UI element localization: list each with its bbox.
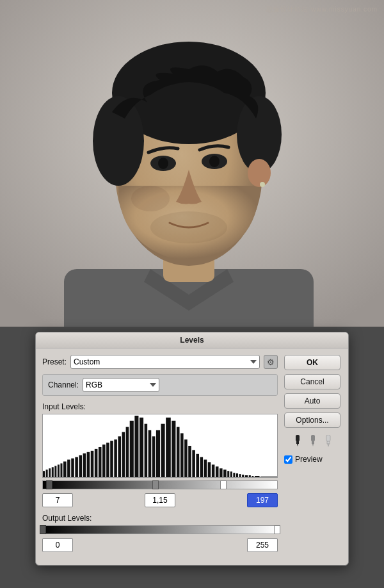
svg-rect-52 — [180, 433, 184, 477]
cancel-button[interactable]: Cancel — [284, 374, 340, 389]
auto-button[interactable]: Auto — [284, 393, 340, 409]
channel-row: Channel: RGB Red Green Blue — [42, 374, 278, 396]
white-input[interactable]: 197 — [247, 493, 278, 507]
preview-row: Preview — [284, 455, 342, 464]
midpoint-handle[interactable] — [152, 480, 159, 489]
svg-marker-80 — [312, 444, 314, 446]
output-black-handle[interactable] — [40, 525, 46, 534]
svg-point-9 — [260, 182, 265, 187]
preset-select[interactable]: Custom Default Darker Increase Contrast … — [70, 355, 260, 369]
mid-input[interactable]: 1,15 — [145, 493, 175, 507]
svg-point-8 — [248, 159, 271, 187]
output-white-input[interactable]: 255 — [247, 538, 278, 552]
svg-rect-69 — [242, 475, 244, 477]
svg-rect-19 — [49, 468, 51, 477]
gray-eyedropper-icon[interactable] — [307, 434, 319, 447]
svg-rect-76 — [296, 441, 299, 444]
svg-point-15 — [131, 186, 170, 211]
svg-rect-37 — [114, 439, 117, 477]
preview-label: Preview — [295, 455, 323, 464]
svg-rect-32 — [95, 449, 98, 477]
svg-rect-33 — [99, 447, 102, 477]
black-point-handle[interactable] — [46, 480, 52, 489]
svg-rect-36 — [110, 441, 113, 477]
eyedropper-tools — [284, 434, 342, 447]
svg-rect-81 — [326, 435, 330, 441]
svg-rect-66 — [233, 473, 235, 477]
svg-rect-23 — [60, 463, 62, 477]
svg-rect-49 — [166, 418, 171, 477]
svg-rect-73 — [255, 476, 260, 477]
portrait-image — [0, 0, 384, 327]
svg-rect-35 — [106, 443, 109, 477]
svg-rect-46 — [152, 436, 156, 477]
svg-rect-39 — [122, 432, 125, 477]
svg-marker-83 — [328, 444, 329, 446]
svg-rect-21 — [54, 466, 56, 477]
preset-label: Preset: — [42, 357, 67, 366]
svg-rect-30 — [87, 452, 90, 477]
svg-rect-42 — [134, 416, 138, 477]
svg-rect-64 — [227, 471, 229, 477]
svg-rect-38 — [118, 436, 121, 477]
preset-row: Preset: Custom Default Darker Increase C… — [42, 355, 278, 369]
svg-rect-31 — [91, 451, 94, 477]
svg-point-11 — [158, 158, 168, 169]
output-black-input[interactable]: 0 — [42, 538, 73, 552]
svg-point-13 — [209, 156, 220, 167]
output-white-handle[interactable] — [274, 525, 280, 534]
input-values-row: 7 1,15 197 — [42, 493, 278, 507]
svg-rect-79 — [312, 441, 314, 444]
svg-rect-58 — [204, 460, 207, 477]
svg-rect-34 — [102, 445, 106, 477]
svg-rect-59 — [208, 462, 211, 477]
channel-select[interactable]: RGB Red Green Blue — [83, 378, 159, 392]
ok-button[interactable]: OK — [284, 355, 340, 370]
svg-rect-75 — [296, 435, 300, 441]
output-levels-label: Output Levels: — [42, 514, 278, 523]
white-point-handle[interactable] — [220, 480, 227, 489]
output-slider-track[interactable] — [42, 525, 278, 534]
white-eyedropper-icon[interactable] — [322, 434, 335, 447]
svg-rect-51 — [177, 427, 180, 477]
svg-rect-57 — [200, 457, 204, 477]
svg-rect-78 — [311, 435, 315, 441]
black-input[interactable]: 7 — [42, 493, 73, 507]
dialog-title: Levels — [36, 332, 348, 348]
svg-rect-20 — [52, 467, 54, 477]
svg-rect-18 — [46, 470, 48, 477]
svg-rect-67 — [236, 473, 238, 477]
svg-rect-44 — [145, 424, 148, 477]
options-button[interactable]: Options... — [284, 412, 340, 428]
black-eyedropper-icon[interactable] — [291, 434, 304, 447]
gear-button[interactable]: ⚙ — [264, 355, 278, 369]
svg-point-14 — [150, 211, 227, 243]
svg-rect-27 — [75, 457, 78, 477]
svg-rect-17 — [43, 471, 45, 477]
svg-rect-41 — [130, 421, 134, 477]
input-slider-track[interactable] — [42, 480, 278, 489]
channel-label: Channel: — [48, 380, 79, 389]
svg-rect-40 — [126, 427, 129, 477]
output-values-row: 0 255 — [42, 538, 278, 552]
svg-rect-43 — [140, 418, 143, 477]
svg-rect-56 — [196, 454, 199, 477]
svg-rect-29 — [83, 453, 86, 477]
input-levels-label: Input Levels: — [42, 402, 278, 411]
svg-rect-71 — [249, 475, 251, 477]
svg-rect-50 — [172, 421, 175, 477]
dialog-right-panel: OK Cancel Auto Options... — [284, 355, 342, 559]
photo-area: 思缘设计论坛 www.missyuan.com — [0, 0, 384, 327]
svg-rect-63 — [223, 470, 227, 477]
svg-rect-25 — [67, 460, 70, 477]
preview-checkbox[interactable] — [284, 455, 292, 464]
histogram — [42, 414, 278, 478]
svg-rect-48 — [161, 424, 165, 477]
svg-rect-62 — [220, 468, 223, 477]
svg-rect-47 — [156, 430, 160, 478]
svg-rect-53 — [184, 439, 188, 477]
svg-rect-70 — [245, 475, 248, 477]
svg-rect-65 — [230, 471, 232, 477]
svg-marker-77 — [297, 444, 298, 446]
svg-rect-24 — [63, 462, 67, 478]
